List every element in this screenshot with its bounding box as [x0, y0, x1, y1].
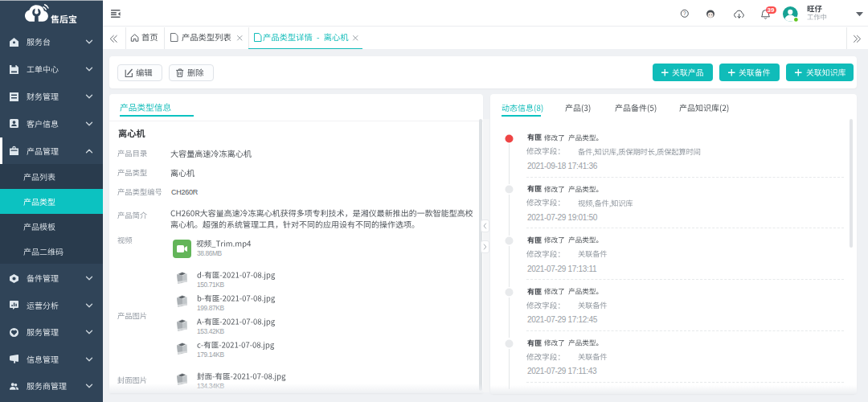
svg-text:2021-07-29 19:01:50: 2021-07-29 19:01:50: [527, 213, 598, 222]
svg-text:2021-07-29 17:11:43: 2021-07-29 17:11:43: [527, 367, 597, 375]
svg-text:2021-07-29 17:12:45: 2021-07-29 17:12:45: [527, 315, 598, 324]
svg-text:2021-09-18 17:41:36: 2021-09-18 17:41:36: [527, 162, 598, 170]
svg-text:CH260R: CH260R: [171, 188, 199, 196]
svg-text:39: 39: [768, 6, 775, 14]
svg-text:150.71KB: 150.71KB: [197, 281, 224, 289]
svg-text:2021-07-29 17:13:11: 2021-07-29 17:13:11: [527, 265, 597, 273]
svg-text:153.42KB: 153.42KB: [197, 327, 224, 335]
svg-text:?: ?: [683, 10, 686, 16]
svg-text:38.86MB: 38.86MB: [197, 249, 223, 257]
svg-text:199.87KB: 199.87KB: [197, 304, 224, 312]
svg-text:179.14KB: 179.14KB: [197, 351, 224, 359]
